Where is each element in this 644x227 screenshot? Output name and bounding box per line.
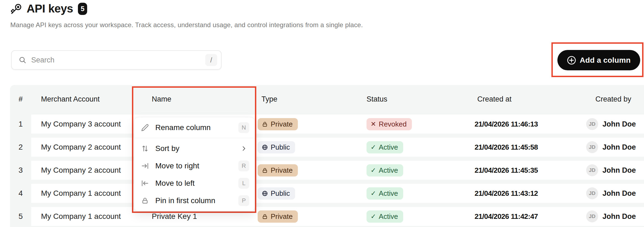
- lock-icon: [262, 167, 268, 174]
- row-index: 1: [10, 115, 31, 134]
- menu-item-move-to-right[interactable]: Move to right R: [134, 157, 255, 175]
- avatar: JD: [586, 118, 598, 130]
- search-shortcut-key: /: [205, 54, 217, 66]
- arrow-to-left-icon: [141, 179, 150, 187]
- menu-item-move-to-left[interactable]: Move to left L: [134, 175, 255, 192]
- search-icon: [19, 56, 26, 64]
- avatar: JD: [586, 141, 598, 153]
- add-column-label: Add a column: [580, 56, 631, 65]
- menu-item-label: Rename column: [155, 123, 238, 132]
- created-by-cell: John Doe: [602, 120, 636, 128]
- type-badge: Public: [258, 141, 295, 153]
- lock-icon: [141, 197, 150, 204]
- created-at-cell: 21/04/2026 11:42:47: [475, 212, 538, 220]
- table-row[interactable]: 5 My Company 1 account Private Key 1 Pri…: [10, 207, 644, 226]
- row-index: 2: [10, 138, 31, 157]
- header-merchant-account[interactable]: Merchant Account: [31, 95, 142, 103]
- created-at-cell: 21/04/2026 11:43:12: [475, 189, 538, 197]
- avatar: JD: [586, 164, 598, 176]
- merchant-account-cell: My Company 1 account: [31, 212, 142, 221]
- table-row[interactable]: 1 My Company 3 account Private ✓: [10, 115, 644, 134]
- table-row[interactable]: 4 My Company 1 account Public ✓: [10, 184, 644, 203]
- check-icon: ✓: [371, 213, 376, 220]
- avatar: JD: [586, 187, 598, 199]
- page-header: API keys 5: [10, 2, 87, 15]
- globe-icon: [262, 190, 268, 197]
- created-at-cell: 21/04/2026 11:45:35: [475, 166, 538, 174]
- shortcut-key: N: [238, 122, 249, 133]
- created-at-cell: 21/04/2026 11:45:58: [475, 143, 538, 151]
- add-column-button[interactable]: Add a column: [557, 50, 640, 70]
- shortcut-key: P: [238, 195, 249, 206]
- lock-icon: [262, 213, 268, 220]
- lock-icon: [262, 121, 268, 127]
- menu-item-rename-column[interactable]: Rename column N: [134, 119, 255, 136]
- menu-item-label: Sort by: [155, 144, 238, 153]
- status-badge: ✓ ✕ Revoked: [367, 118, 412, 130]
- search-placeholder: Search: [31, 56, 200, 64]
- check-icon: ✓: [371, 144, 376, 150]
- row-index: 3: [10, 161, 31, 180]
- page-subtitle: Manage API keys across your workspace. T…: [10, 21, 363, 29]
- merchant-account-cell: My Company 2 account: [31, 166, 142, 175]
- avatar: JD: [586, 210, 598, 222]
- merchant-account-cell: My Company 2 account: [31, 143, 142, 152]
- api-keys-table: # Merchant Account Name Type Status Crea…: [10, 85, 644, 227]
- header-type[interactable]: Type: [248, 95, 357, 103]
- key-icon: [10, 2, 22, 15]
- created-by-cell: John Doe: [602, 212, 636, 221]
- type-badge: Public: [258, 187, 295, 200]
- menu-item-pin-in-first-column[interactable]: Pin in first column P: [134, 192, 255, 209]
- row-index: 5: [10, 207, 31, 226]
- type-badge: Private: [258, 210, 298, 223]
- pencil-icon: [141, 124, 150, 131]
- menu-divider: [134, 138, 255, 138]
- status-badge: ✓ ✕ Active: [367, 187, 403, 200]
- shortcut-key: R: [238, 160, 249, 171]
- check-icon: ✓: [371, 167, 376, 174]
- x-icon: ✕: [371, 121, 376, 127]
- menu-item-label: Move to left: [155, 179, 238, 188]
- api-keys-page: API keys 5 Manage API keys across your w…: [0, 0, 644, 227]
- check-icon: ✓: [371, 190, 376, 197]
- created-by-cell: John Doe: [602, 143, 636, 152]
- created-by-cell: John Doe: [602, 166, 636, 175]
- status-badge: ✓ ✕ Active: [367, 164, 403, 176]
- created-by-cell: John Doe: [602, 189, 636, 198]
- page-title: API keys: [27, 2, 73, 15]
- table-header-row: # Merchant Account Name Type Status Crea…: [10, 85, 644, 114]
- menu-item-label: Pin in first column: [155, 196, 238, 205]
- merchant-account-cell: My Company 3 account: [31, 120, 142, 128]
- header-status[interactable]: Status: [357, 95, 465, 103]
- row-index: 4: [10, 184, 31, 203]
- chevron-right-icon: [238, 145, 249, 152]
- header-created-at[interactable]: Created at: [465, 95, 576, 103]
- header-created-by[interactable]: Created by: [576, 95, 644, 103]
- merchant-account-cell: My Company 1 account: [31, 189, 142, 198]
- table-body: 1 My Company 3 account Private ✓: [10, 114, 644, 226]
- search-input[interactable]: Search /: [11, 50, 222, 70]
- count-badge: 5: [78, 3, 87, 15]
- type-badge: Private: [258, 164, 298, 176]
- table-row[interactable]: 3 My Company 2 account Private ✓: [10, 161, 644, 180]
- status-badge: ✓ ✕ Active: [367, 141, 403, 153]
- sort-icon: [141, 145, 150, 152]
- menu-item-sort-by[interactable]: Sort by: [134, 140, 255, 157]
- created-at-cell: 21/04/2026 11:46:13: [475, 120, 538, 128]
- menu-item-label: Move to right: [155, 162, 238, 170]
- globe-icon: [262, 144, 268, 150]
- status-badge: ✓ ✕ Active: [367, 210, 403, 223]
- arrow-to-right-icon: [141, 162, 150, 170]
- plus-circle-icon: [567, 56, 576, 65]
- shortcut-key: L: [238, 178, 249, 189]
- column-context-menu: Rename column N Sort by Move to right R: [134, 117, 255, 211]
- header-index[interactable]: #: [10, 95, 31, 103]
- type-badge: Private: [258, 118, 298, 130]
- table-row[interactable]: 2 My Company 2 account Public ✓: [10, 138, 644, 157]
- name-cell: Private Key 1: [142, 212, 248, 221]
